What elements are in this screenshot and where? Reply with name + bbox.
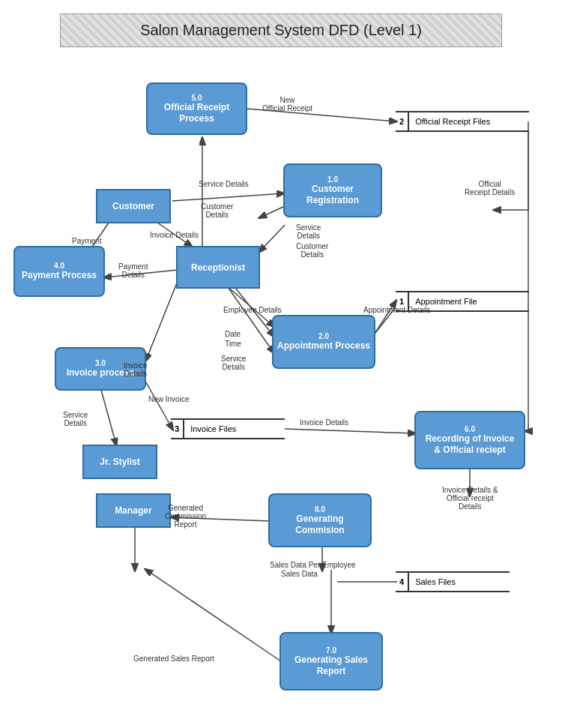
svg-line-26 (146, 570, 281, 661)
svg-line-17 (146, 382, 172, 429)
flow-service-details-3: ServiceDetails (221, 355, 246, 371)
datastore-official-receipt-files: 2 Official Receipt Files (396, 111, 529, 132)
flow-customer-details-1: CustomerDetails (201, 202, 233, 219)
flow-official-receipt-details: OfficialReceipt Details (465, 180, 515, 196)
flow-customer-details-2: CustomerDetails (296, 242, 328, 259)
flow-service-details-1: Service Details (199, 180, 249, 188)
external-receptionist: Receptionist (176, 246, 260, 289)
flow-generated-commission: GeneratedCommissionReport (165, 504, 206, 529)
process-appointment: 2.0 Appointment Process (272, 315, 375, 369)
datastore-invoice-files: 3 Invoice Files (171, 418, 285, 439)
process-customer-registration: 1.0 Customer Registration (283, 163, 382, 217)
process-generating-commission: 8.0 GeneratingCommision (268, 493, 372, 547)
process-recording: 6.0 Recording of Invoice& Official recie… (414, 411, 525, 469)
svg-line-10 (260, 225, 285, 251)
diagram-title: Salon Management System DFD (Level 1) (60, 13, 502, 47)
external-jr-stylist: Jr. Stylist (82, 445, 157, 479)
external-manager: Manager (96, 493, 171, 528)
flow-invoice-official-receipt-details: Invoice Details &Official receiptDetails (442, 486, 498, 511)
flow-invoice-details-3: Invoice Details (300, 418, 348, 427)
flow-employee-details: Employee Details (223, 306, 282, 314)
flow-sales-data: Sales Data (281, 570, 318, 578)
flow-appointment-details: Appointment Details (363, 306, 431, 314)
process-generating-sales: 7.0 Generating SalesReport (280, 632, 383, 691)
flow-time: Time (225, 340, 241, 348)
flow-new-official-receipt: NewOfficial Receipt (262, 96, 312, 112)
datastore-sales-files: 4 Sales Files (396, 571, 510, 592)
flow-invoice-details-2: InvoiceDetails (124, 361, 148, 378)
flow-generated-sales-report: Generated Sales Report (133, 655, 214, 663)
process-payment: 4.0 Payment Process (13, 246, 105, 297)
flow-payment-details: PaymentDetails (118, 262, 148, 279)
flow-payment: Payment (72, 237, 101, 245)
external-customer: Customer (96, 189, 171, 223)
flow-new-invoice: New Invoice (148, 395, 189, 403)
process-official-receipt: 5.0 Official ReceiptProcess (146, 82, 247, 135)
svg-line-6 (260, 206, 285, 217)
flow-sales-data-per-employee: Sales Data Per Employee (270, 561, 356, 569)
flow-date: Date (225, 330, 241, 338)
svg-line-16 (146, 281, 178, 360)
flow-service-details-4: ServiceDetails (63, 411, 88, 427)
flow-invoice-details-1: Invoice Details (150, 231, 199, 239)
flow-service-details-2: ServiceDetails (296, 223, 321, 240)
svg-line-5 (172, 193, 283, 201)
canvas: Salon Management System DFD (Level 1) (0, 0, 562, 728)
svg-line-18 (285, 429, 414, 433)
svg-line-29 (101, 390, 116, 445)
